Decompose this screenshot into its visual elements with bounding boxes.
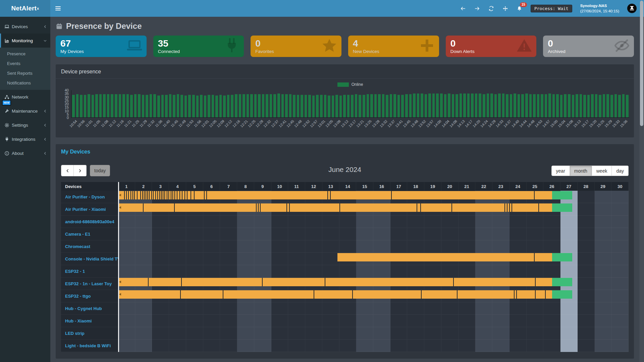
view-button-year[interactable]: year [551,166,570,176]
device-name-link[interactable]: Console - Nvidia Shield TV [61,253,118,265]
stat-card-archived[interactable]: 0Archived [543,36,634,57]
presence-bar[interactable] [118,278,552,286]
move-icon[interactable] [502,5,508,11]
presence-bar-current[interactable] [552,191,572,199]
day-header-22: 22 [475,182,492,191]
presence-bar[interactable] [118,290,552,299]
day-cell [237,302,254,315]
device-timeline [118,216,629,228]
chart-bar [138,94,141,117]
chart-bar [142,95,145,117]
presence-gap [314,290,314,299]
navbar-actions: 15 Process: Wait Synology-NAS (27/06/202… [460,0,644,17]
day-cell [492,216,509,228]
stat-card-my-devices[interactable]: 67My Devices [56,36,147,57]
day-cell [595,340,612,352]
stat-card-favorites[interactable]: 0Favorites [251,36,341,57]
day-cell [475,327,492,340]
device-name-link[interactable]: ESP32 - 1n - Laser Toy [61,278,118,290]
device-name-link[interactable]: Camera - E1 [61,228,118,240]
device-name-link[interactable]: ESP32 - ttgo [61,290,118,302]
avatar[interactable] [627,4,637,13]
day-cell [441,265,459,278]
device-name-link[interactable]: Chromecast [61,240,118,253]
device-name-link[interactable]: Hub - Cygnet Hub [61,302,118,315]
day-cell [237,340,254,352]
day-cell [322,302,339,315]
sidebar-item-integrations[interactable]: Integrations [0,132,50,146]
device-name-link[interactable]: Hub - Xiaomi [61,315,118,327]
presence-bar-current[interactable] [552,203,572,212]
chart-bar [266,94,268,117]
sidebar-toggle-button[interactable] [50,0,66,17]
sidebar-subitem-presence[interactable]: Presence [0,49,50,59]
forward-arrow-icon[interactable] [474,5,480,11]
day-cell [169,253,186,265]
presence-bar-current[interactable] [552,253,572,261]
presence-bar[interactable] [337,253,552,261]
sidebar-item-maintenance[interactable]: NEWMaintenance [0,104,50,118]
day-cell [459,315,476,327]
device-name-link[interactable]: Light - bedside B WiFi [61,340,118,352]
chart-bar [161,95,164,117]
device-name-link[interactable]: LED strip [61,327,118,340]
sidebar-subitem-events[interactable]: Events [0,59,50,68]
presence-bar[interactable] [118,191,552,199]
chart-bar [548,94,551,117]
continues-left-arrow-icon [119,281,121,283]
day-cell-today [560,228,578,240]
presence-gap [514,290,515,299]
device-name-link[interactable]: ESP32 - 1 [61,265,118,278]
presence-bar[interactable] [118,203,552,212]
stat-card-down-alerts[interactable]: 0Down Alerts [446,36,537,57]
chart-bar [84,95,87,117]
day-cell [390,240,408,253]
device-name-link[interactable]: Air Purifier - Dyson [61,191,118,203]
stat-card-new-devices[interactable]: 4New Devices [348,36,439,57]
day-cell [254,228,271,240]
view-button-day[interactable]: day [612,166,629,176]
device-timeline [118,340,629,352]
panel-title: Device presence [56,64,634,79]
sidebar-subitem-notifications[interactable]: Notifications [0,78,50,88]
chart-bar [467,94,470,117]
app-logo[interactable]: NetAlertx [0,0,50,17]
day-cell [509,327,527,340]
day-cell [169,340,186,352]
day-cell [611,203,629,216]
page-scrollbar[interactable] [639,0,644,362]
presence-gap [157,191,158,199]
presence-bar-current[interactable] [552,290,572,299]
device-name-link[interactable]: Air Purifier - Xiaomi [61,203,118,216]
sidebar: DevicesMonitoringPresenceEventsSent Repo… [0,17,50,362]
view-button-month[interactable]: month [570,166,592,176]
device-presence-panel: Device presence Online 0510152025303540 … [56,64,634,137]
scrollbar-thumb[interactable] [640,1,643,126]
sidebar-item-devices[interactable]: Devices [0,19,50,34]
presence-gap [327,191,328,199]
sidebar-item-about[interactable]: About [0,146,50,160]
day-cell [492,340,509,352]
chart-bar [606,94,609,117]
day-cell [595,265,612,278]
device-timeline [118,203,629,216]
sidebar-subitem-sent-reports[interactable]: Sent Reports [0,68,50,78]
device-timeline [118,315,629,327]
presence-bar-current[interactable] [552,278,572,286]
day-cell [356,240,373,253]
presence-gap [148,278,149,286]
day-cell [595,278,612,290]
chart-bar [405,94,408,117]
x-axis-tick: 15:29 [604,119,613,128]
refresh-icon[interactable] [488,5,494,11]
chart-bar [614,94,617,117]
sidebar-item-settings[interactable]: Settings [0,118,50,132]
notifications-bell-icon[interactable]: 15 [517,5,523,11]
sidebar-item-monitoring[interactable]: Monitoring [0,34,50,48]
chart-bar [157,96,160,117]
day-cell [356,228,373,240]
view-button-week[interactable]: week [592,166,612,176]
back-arrow-icon[interactable] [460,5,466,11]
stat-card-connected[interactable]: 35Connected [153,36,244,57]
device-name-link[interactable]: android-68608b93a00e4 [61,216,118,228]
